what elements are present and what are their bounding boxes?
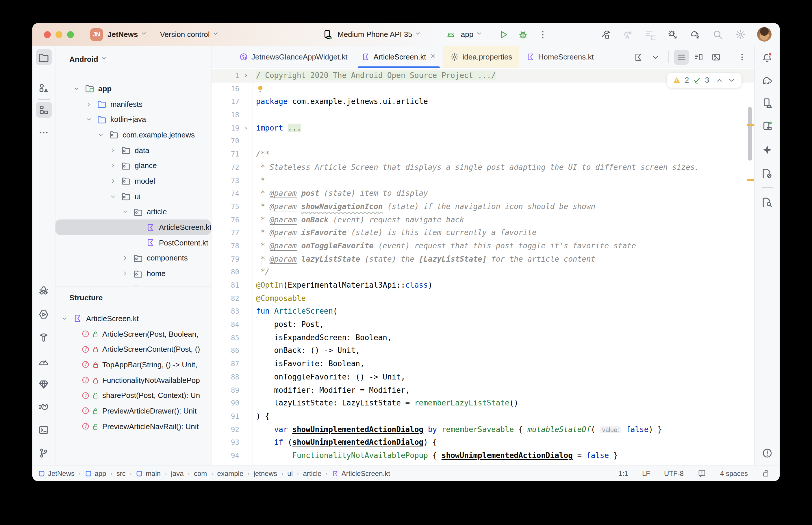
line-number[interactable]: 83 [211,305,239,318]
build-tool-icon[interactable] [35,329,52,345]
avatar[interactable] [757,27,771,42]
run-button[interactable] [495,26,512,43]
tree-item-manifests[interactable]: manifests [56,96,211,111]
line-number[interactable]: 90 [211,397,239,410]
attach-debugger-icon[interactable] [665,26,681,43]
code-line-91[interactable]: 91) { [211,410,754,423]
hidden-tab-kotlin-icon[interactable] [631,49,646,64]
code-line-93[interactable]: 93 if (showUnimplementedActionDialog) { [211,436,754,449]
tree-item-app[interactable]: app [56,81,211,96]
profiler-icon[interactable] [35,353,52,369]
line-number[interactable]: 80 [211,266,239,279]
code-line-83[interactable]: 83fun ArticleScreen( [211,305,754,318]
editor-options-icon[interactable] [735,49,750,64]
breadcrumb-item-example[interactable]: example [217,469,243,477]
structure-item-articlescreen[interactable]: fArticleScreen(Post, Boolean, [56,326,211,341]
highlighting-level-icon[interactable] [697,469,706,478]
code-line-86[interactable]: 86 onBack: () -> Unit, [211,345,754,358]
fold-marker-icon[interactable]: › [239,122,253,135]
line-number[interactable]: 87 [211,358,239,371]
file-writable-icon[interactable] [762,469,770,478]
line-number[interactable]: 75 [211,200,239,213]
logcat-icon[interactable] [35,399,52,415]
line-number[interactable]: 72 [211,161,239,174]
code-line-74[interactable]: 74 * @param post (state) item to display [211,187,754,200]
line-number[interactable]: 81 [211,279,239,292]
encoding[interactable]: UTF-8 [664,469,684,477]
breadcrumb-item-src[interactable]: src [116,469,126,477]
restore-actions-icon[interactable] [642,26,658,43]
code-line-73[interactable]: 73 * [211,174,754,187]
code-editor[interactable]: 1›/ Copyright 2020 The Android Open Sour… [211,68,754,465]
code-line-75[interactable]: 75 * @param showNavigationIcon (state) i… [211,200,754,213]
code-line-80[interactable]: 80 */ [211,266,754,279]
line-ending[interactable]: LF [642,469,650,477]
line-number[interactable]: 18 [211,109,239,122]
breadcrumb-item-jetnews[interactable]: JetNews [38,469,75,477]
inspections-widget[interactable]: 2 3 [667,73,741,88]
code-line-85[interactable]: 85 isExpandedScreen: Boolean, [211,331,754,345]
caret-position[interactable]: 1:1 [619,469,628,477]
code-line-78[interactable]: 78 * @param onToggleFavorite (event) req… [211,240,754,253]
structure-item-topappbar[interactable]: fTopAppBar(String, () -> Unit, [56,357,211,372]
tree-item-com-example-jetnews[interactable]: com.example.jetnews [56,127,211,142]
code-line-79[interactable]: 79 * @param lazyListState (state) the [L… [211,253,754,266]
problems-icon[interactable] [759,445,775,461]
code-line-89[interactable]: 89 modifier: Modifier = Modifier, [211,384,754,397]
tree-item-postcontent-kt[interactable]: PostContent.kt [56,235,211,250]
redo-actions-icon[interactable] [620,26,636,43]
debug-button[interactable] [515,26,531,43]
structure-item-previewarticledrawer[interactable]: fPreviewArticleDrawer(): Unit [56,403,211,418]
zoom-window-button[interactable] [67,31,74,38]
running-devices-icon[interactable] [759,118,775,134]
line-number[interactable]: 19 [211,122,239,135]
build-hammer-icon[interactable] [597,26,613,43]
code-line-84[interactable]: 84 post: Post, [211,318,754,331]
tab-articlescreen-kt[interactable]: ArticleScreen.kt [354,46,443,68]
line-number[interactable]: 91 [211,410,239,423]
line-number[interactable]: 74 [211,187,239,200]
running-devices-tool-icon[interactable] [35,306,52,322]
line-number[interactable]: 88 [211,371,239,384]
line-number[interactable]: 94 [211,449,239,462]
tab-idea-properties[interactable]: idea.properties [444,46,519,68]
line-number[interactable]: 17 [211,95,239,109]
tree-item-articlescreen-kt[interactable]: ArticleScreen.kt [56,220,211,235]
app-quality-insights-icon[interactable] [35,376,52,392]
preview-icon[interactable] [709,49,724,64]
breadcrumb-item-main[interactable]: main [136,469,161,477]
code-line-70[interactable]: 70 [211,135,754,148]
code-line-90[interactable]: 90 lazyListState: LazyListState = rememb… [211,397,754,410]
tab-homescreens-kt[interactable]: HomeScreens.kt [519,46,601,68]
editor-scrollbar[interactable] [748,107,752,161]
structure-tool-icon[interactable] [35,102,52,118]
structure-item-articlescreencontent[interactable]: fArticleScreenContent(Post, () [56,342,211,357]
minimize-window-button[interactable] [56,31,62,38]
line-number[interactable]: 82 [211,292,239,305]
tree-item-partial[interactable] [56,281,211,286]
line-number[interactable]: 86 [211,345,239,358]
find-in-file-icon[interactable] [759,194,775,210]
declarative-gradle-icon[interactable] [759,165,775,181]
code-line-77[interactable]: 77 * @param isFavorite (state) is this i… [211,227,754,240]
line-number[interactable]: 77 [211,227,239,240]
code-line-17[interactable]: 17package com.example.jetnews.ui.article [211,95,754,109]
code-line-19[interactable]: 19›import ... [211,122,754,135]
terminal-icon[interactable] [35,422,52,438]
line-number[interactable]: 84 [211,318,239,331]
gemini-icon[interactable] [759,141,775,158]
prev-problem-icon[interactable] [715,76,724,84]
tab-list-chevron-icon[interactable] [648,49,663,64]
code-line-72[interactable]: 72 * Stateless Article Screen that displ… [211,161,754,174]
breadcrumb-item-jetnews[interactable]: jetnews [254,469,277,477]
code-line-87[interactable]: 87 isFavorite: Boolean, [211,358,754,371]
tree-item-ui[interactable]: ui [56,189,211,204]
structure-file-articlescreen-kt[interactable]: ArticleScreen.kt [56,311,211,326]
breadcrumb-item-app[interactable]: app [85,469,106,477]
code-line-76[interactable]: 76 * @param onBack (event) request navig… [211,213,754,226]
line-number[interactable]: 79 [211,253,239,266]
structure-item-functionalitynotavailablepop[interactable]: fFunctionalityNotAvailablePop [56,373,211,388]
app-inspection-icon[interactable] [35,282,52,299]
more-tool-windows-icon[interactable] [35,124,52,140]
device-manager-icon[interactable] [759,95,775,111]
